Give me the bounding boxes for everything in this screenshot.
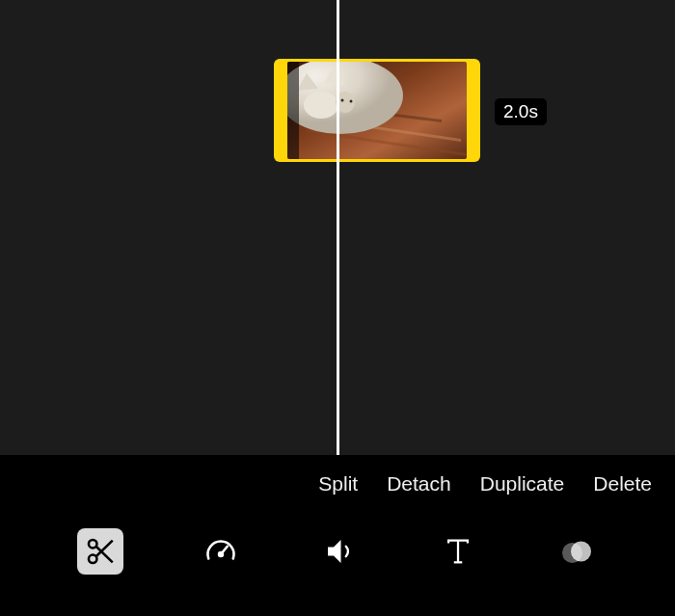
duplicate-button[interactable]: Duplicate: [480, 472, 565, 495]
detach-button[interactable]: Detach: [387, 472, 451, 495]
timeline-area[interactable]: 2.0s: [0, 0, 675, 455]
cut-tool[interactable]: [77, 528, 123, 575]
svg-point-7: [89, 540, 97, 549]
edit-action-menu: Split Detach Duplicate Delete: [0, 472, 675, 495]
split-button[interactable]: Split: [318, 472, 358, 495]
svg-point-16: [571, 542, 591, 562]
speed-tool[interactable]: [200, 530, 242, 573]
overlap-circles-icon: [559, 534, 594, 569]
tool-row: [0, 528, 675, 575]
filters-tool[interactable]: [555, 530, 598, 573]
scissors-icon: [84, 535, 117, 568]
svg-point-8: [89, 555, 97, 564]
text-icon: [442, 535, 474, 568]
clip-thumbnail: [287, 62, 467, 159]
svg-point-2: [304, 92, 338, 119]
svg-point-12: [219, 552, 223, 556]
bottom-toolbar: Split Detach Duplicate Delete: [0, 455, 675, 616]
clip-duration-badge: 2.0s: [495, 98, 547, 125]
speaker-icon: [322, 534, 357, 569]
delete-button[interactable]: Delete: [593, 472, 652, 495]
volume-tool[interactable]: [318, 530, 361, 573]
speedometer-icon: [203, 534, 238, 569]
svg-point-5: [350, 100, 353, 103]
text-tool[interactable]: [437, 530, 479, 573]
svg-rect-6: [287, 62, 299, 159]
playhead[interactable]: [337, 0, 339, 455]
svg-point-4: [341, 99, 344, 102]
video-clip[interactable]: [274, 59, 480, 162]
